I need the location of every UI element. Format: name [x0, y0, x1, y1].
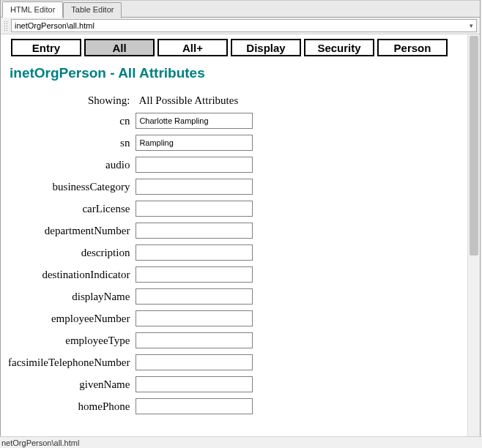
attr-input-facsimileTelephoneNumber[interactable] — [136, 354, 253, 370]
status-bar: netOrgPerson\all.html — [0, 436, 482, 448]
nav-person-button[interactable]: Person — [377, 39, 448, 56]
attr-label-audio: audio — [7, 154, 134, 176]
attr-input-employeeType[interactable] — [136, 332, 253, 348]
editor-tab-strip: HTML Editor Table Editor — [1, 1, 480, 18]
attr-label-cn: cn — [7, 110, 134, 132]
attr-label-employeeType: employeeType — [7, 329, 134, 351]
attr-input-destinationIndicator[interactable] — [136, 266, 253, 283]
tab-html-editor[interactable]: HTML Editor — [2, 1, 63, 18]
nav-security-button[interactable]: Security — [304, 39, 374, 56]
tab-table-editor[interactable]: Table Editor — [63, 2, 122, 18]
path-bar: inetOrgPerson\all.html ▾ — [1, 18, 480, 34]
showing-value: All Possible Attributes — [134, 92, 254, 110]
attr-label-departmentNumber: departmentNumber — [7, 220, 134, 242]
attr-input-employeeNumber[interactable] — [136, 310, 253, 326]
path-text: inetOrgPerson\all.html — [15, 21, 94, 30]
nav-button-row: Entry All All+ Display Security Person — [7, 39, 461, 56]
attr-label-employeeNumber: employeeNumber — [7, 307, 134, 329]
attr-input-carLicense[interactable] — [136, 201, 253, 217]
vertical-scrollbar[interactable] — [467, 34, 480, 440]
attr-input-givenName[interactable] — [136, 376, 253, 392]
nav-display-button[interactable]: Display — [231, 39, 301, 56]
attr-label-givenName: givenName — [7, 373, 134, 395]
attr-input-displayName[interactable] — [136, 288, 253, 305]
attr-label-carLicense: carLicense — [7, 198, 134, 220]
attr-label-sn: sn — [7, 132, 134, 154]
content-scroll[interactable]: Entry All All+ Display Security Person i… — [1, 34, 467, 440]
attr-label-homePhone: homePhone — [7, 395, 134, 417]
path-combo[interactable]: inetOrgPerson\all.html ▾ — [11, 19, 477, 32]
scrollbar-thumb[interactable] — [470, 36, 478, 255]
toolbar-grip-icon — [4, 20, 8, 31]
attributes-table: Showing: All Possible Attributes cn sn a… — [7, 92, 254, 417]
attr-label-description: description — [7, 242, 134, 264]
page-title: inetOrgPerson - All Attributes — [10, 65, 459, 81]
attr-input-description[interactable] — [136, 244, 253, 261]
nav-all-plus-button[interactable]: All+ — [157, 39, 228, 56]
nav-entry-button[interactable]: Entry — [11, 39, 81, 56]
attr-label-facsimileTelephoneNumber: facsimileTelephoneNumber — [7, 351, 134, 373]
attr-label-destinationIndicator: destinationIndicator — [7, 264, 134, 285]
showing-label: Showing: — [7, 92, 134, 110]
chevron-down-icon: ▾ — [470, 22, 473, 29]
attr-input-departmentNumber[interactable] — [136, 223, 253, 239]
attr-label-businessCategory: businessCategory — [7, 176, 134, 198]
attr-input-sn[interactable] — [136, 135, 253, 151]
attr-input-cn[interactable] — [136, 113, 253, 129]
attr-input-businessCategory[interactable] — [136, 179, 253, 195]
nav-all-button[interactable]: All — [84, 39, 155, 56]
attr-input-audio[interactable] — [136, 157, 253, 173]
attr-label-displayName: displayName — [7, 285, 134, 307]
attr-input-homePhone[interactable] — [136, 398, 253, 414]
